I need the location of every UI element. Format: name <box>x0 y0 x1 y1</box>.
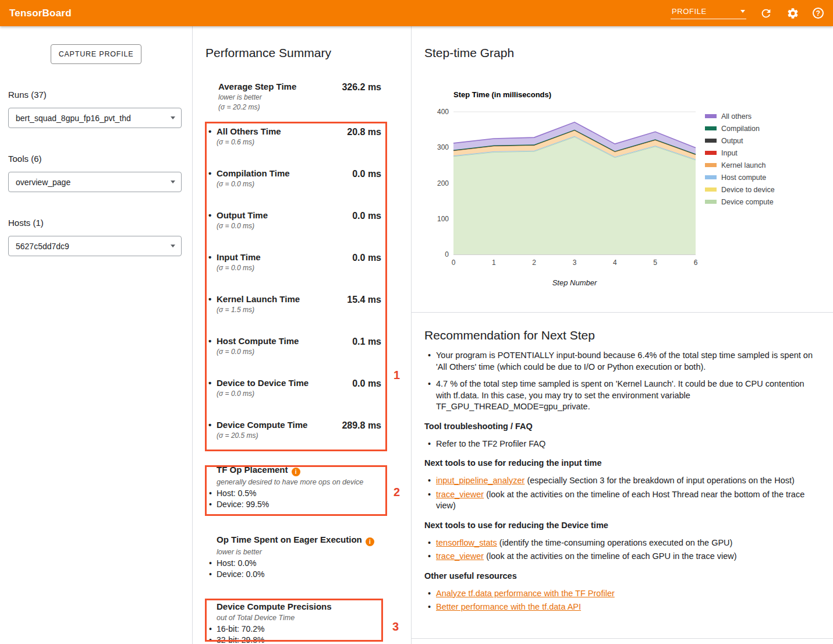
step-time-graph-title: Step-time Graph <box>424 26 833 60</box>
bullet: • <box>208 335 217 346</box>
svg-text:400: 400 <box>437 108 449 116</box>
list-item: 4.7 % of the total step time sampled is … <box>424 378 817 413</box>
metric-row-input: •Input Time (σ = 0.0 ms) 0.0 ms <box>205 252 411 273</box>
list-item: trace_viewer (look at the activities on … <box>424 489 817 512</box>
resources-heading: Other useful resources <box>424 571 817 581</box>
step-time-graph-panel: Step-time Graph Step Time (in millisecon… <box>412 26 833 312</box>
dashboard-selector[interactable]: PROFILE <box>671 7 746 19</box>
list-item: Refer to the TF2 Profiler FAQ <box>424 438 817 450</box>
tfdata-performance-link[interactable]: Analyze tf.data performance with the TF … <box>436 589 615 598</box>
annotation-label-1: 1 <box>394 369 400 382</box>
legend-label: All others <box>721 112 752 121</box>
metric-sigma: (σ = 1.5 ms) <box>217 306 300 314</box>
legend-item: Device to device <box>705 183 775 196</box>
list-item: Device: 0.0% <box>217 569 411 580</box>
tf-op-placement-title: TF Op Placement <box>217 465 288 475</box>
metric-name: Device to Device Time <box>217 378 309 388</box>
metric-value: 0.0 ms <box>352 210 381 231</box>
step-time-breakdown-list: •All Others Time (σ = 0.6 ms) 20.8 ms •C… <box>205 126 411 440</box>
chevron-down-icon <box>171 245 175 247</box>
metric-value: 326.2 ms <box>342 81 381 112</box>
list-item: input_pipeline_analyzer (especially Sect… <box>424 475 817 487</box>
list-item: 16-bit: 70.2% <box>217 624 411 635</box>
metric-value: 0.0 ms <box>352 168 381 189</box>
metric-sigma: (σ = 0.0 ms) <box>217 264 261 273</box>
legend-swatch <box>705 175 717 179</box>
legend-item: Compilation <box>705 122 775 135</box>
metric-row-kernel-launch: •Kernel Launch Time (σ = 1.5 ms) 15.4 ms <box>205 293 411 314</box>
capture-profile-button[interactable]: CAPTURE PROFILE <box>51 44 141 64</box>
device-tools-heading: Next tools to use for reducing the Devic… <box>424 521 817 530</box>
metric-sigma: (σ = 0.0 ms) <box>217 390 309 398</box>
metric-value: 15.4 ms <box>347 293 381 314</box>
input-tools-heading: Next tools to use for reducing the input… <box>424 458 817 468</box>
list-item: tensorflow_stats (identify the time-cons… <box>424 537 817 549</box>
tfdata-api-link[interactable]: Better performance with the tf.data API <box>436 602 581 611</box>
annotation-label-2: 2 <box>394 486 400 499</box>
svg-text:6: 6 <box>694 259 698 267</box>
bullet: • <box>208 210 217 221</box>
chevron-down-icon <box>740 10 745 13</box>
x-axis-label: Step Number <box>453 278 696 287</box>
bullet: • <box>208 252 217 263</box>
metric-sigma: (σ = 0.0 ms) <box>217 222 268 231</box>
metric-row-device-to-device: •Device to Device Time (σ = 0.0 ms) 0.0 … <box>205 377 411 398</box>
performance-summary-title: Performance Summary <box>205 46 411 60</box>
legend-item: Kernel launch <box>705 159 775 171</box>
runs-select[interactable]: bert_squad_8gpu_fp16_pvt_thd <box>8 108 182 128</box>
chevron-down-icon <box>171 181 175 183</box>
bullet: • <box>208 419 217 430</box>
metric-value: 0.0 ms <box>352 377 381 398</box>
list-item: trace_viewer (look at the activities on … <box>424 551 817 562</box>
bullet: • <box>208 126 217 137</box>
metric-name: Compilation Time <box>217 168 290 178</box>
legend-swatch <box>705 200 717 204</box>
app-title: TensorBoard <box>9 8 72 19</box>
compute-precisions-section: Device Compute Precisions out of Total D… <box>205 601 411 644</box>
list-item-text: (look at the activities on the timeline … <box>484 551 736 561</box>
legend-label: Output <box>721 137 743 145</box>
list-item: Your program is POTENTIALLY input-bound … <box>424 350 817 373</box>
info-icon[interactable]: i <box>366 537 374 546</box>
tools-select[interactable]: overview_page <box>8 172 182 192</box>
list-item-text: (identify the time-consuming operations … <box>497 538 733 547</box>
average-step-time-row: Average Step Time lower is better (σ = 2… <box>205 81 411 112</box>
performance-summary-panel: Performance Summary Average Step Time lo… <box>192 26 412 644</box>
bullet: • <box>208 293 217 305</box>
legend-label: Device compute <box>721 198 774 206</box>
chevron-down-icon <box>171 116 175 119</box>
list-item-text: (look at the activities on the timeline … <box>436 490 804 511</box>
input-pipeline-analyzer-link[interactable]: input_pipeline_analyzer <box>436 476 524 485</box>
bullet: • <box>208 168 217 179</box>
hosts-select[interactable]: 5627c5dd7dc9 <box>8 236 182 256</box>
metric-value: 20.8 ms <box>347 126 381 147</box>
reload-icon[interactable] <box>759 6 773 20</box>
trace-viewer-link[interactable]: trace_viewer <box>436 490 484 499</box>
help-icon[interactable]: ? <box>813 8 824 19</box>
metric-sigma: (σ = 20.2 ms) <box>218 103 296 112</box>
app-header: TensorBoard PROFILE ? <box>0 0 833 26</box>
info-icon[interactable]: i <box>292 468 300 476</box>
svg-text:200: 200 <box>437 179 449 187</box>
legend-item: Host compute <box>705 171 775 183</box>
tensorflow-stats-link[interactable]: tensorflow_stats <box>436 538 497 547</box>
legend-label: Input <box>721 149 738 157</box>
recommendation-title: Recommendation for Next Step <box>424 328 817 342</box>
trace-viewer-link[interactable]: trace_viewer <box>436 551 484 561</box>
metric-name: Average Step Time <box>218 81 296 92</box>
metric-row-host-compute: •Host Compute Time (σ = 0.0 ms) 0.1 ms <box>205 335 411 356</box>
legend-label: Compilation <box>721 125 760 133</box>
legend-swatch <box>705 126 717 130</box>
list-item: 32-bit: 29.8% <box>217 635 411 644</box>
list-item: Host: 0.0% <box>217 558 411 569</box>
eager-execution-note: lower is better <box>217 548 411 556</box>
legend-swatch <box>705 151 717 155</box>
metric-sigma: (σ = 20.5 ms) <box>217 431 307 440</box>
metric-sigma: (σ = 0.6 ms) <box>217 138 281 147</box>
tf-op-placement-section: TF Op Placementi generally desired to ha… <box>205 465 411 509</box>
legend-label: Device to device <box>721 186 775 194</box>
list-item-text: (especially Section 3 for the breakdown … <box>524 476 794 485</box>
svg-text:300: 300 <box>437 143 449 151</box>
metric-value: 0.1 ms <box>352 335 381 356</box>
settings-gear-icon[interactable] <box>786 6 800 20</box>
